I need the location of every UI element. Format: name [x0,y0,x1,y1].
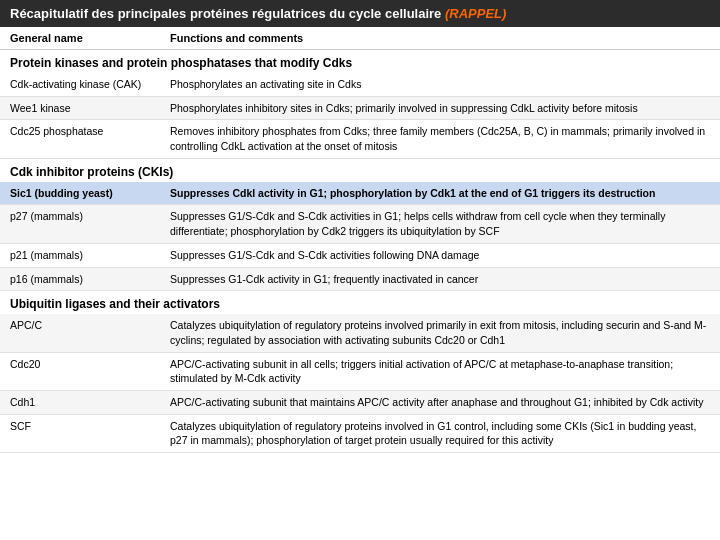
row-function: Suppresses G1/S-Cdk and S-Cdk activities… [160,205,720,243]
row-function: Removes inhibitory phosphates from Cdks;… [160,120,720,158]
column-headers: General name Functions and comments [0,27,720,50]
section-label-0: Protein kinases and protein phosphatases… [0,50,720,74]
table-row: p27 (mammals)Suppresses G1/S-Cdk and S-C… [0,205,720,243]
row-function: Catalyzes ubiquitylation of regulatory p… [160,414,720,452]
row-function: Suppresses G1/S-Cdk and S-Cdk activities… [160,243,720,267]
row-function: APC/C-activating subunit in all cells; t… [160,352,720,390]
row-function: Suppresses CdkI activity in G1; phosphor… [160,182,720,205]
row-name: Cdk-activating kinase (CAK) [0,73,160,96]
row-name: Sic1 (budding yeast) [0,182,160,205]
table-row: Cdc20APC/C-activating subunit in all cel… [0,352,720,390]
row-function: Catalyzes ubiquitylation of regulatory p… [160,314,720,352]
row-function: Suppresses G1-Cdk activity in G1; freque… [160,267,720,291]
row-function: Phosphorylates inhibitory sites in Cdks;… [160,96,720,120]
row-name: p27 (mammals) [0,205,160,243]
row-name: Cdc25 phosphatase [0,120,160,158]
col-header-functions: Functions and comments [160,27,720,50]
section-label-1: Cdk inhibitor proteins (CKIs) [0,158,720,182]
row-name: p16 (mammals) [0,267,160,291]
row-name: Cdh1 [0,390,160,414]
row-name: Cdc20 [0,352,160,390]
table-row: Sic1 (budding yeast)Suppresses CdkI acti… [0,182,720,205]
table-row: Cdh1APC/C-activating subunit that mainta… [0,390,720,414]
section-header-1: Cdk inhibitor proteins (CKIs) [0,158,720,182]
col-header-name: General name [0,27,160,50]
header-rappel: (RAPPEL) [445,6,506,21]
table-row: Cdk-activating kinase (CAK)Phosphorylate… [0,73,720,96]
table-row: Cdc25 phosphataseRemoves inhibitory phos… [0,120,720,158]
page: Récapitulatif des principales protéines … [0,0,720,540]
row-name: APC/C [0,314,160,352]
table-row: p21 (mammals)Suppresses G1/S-Cdk and S-C… [0,243,720,267]
section-label-2: Ubiquitin ligases and their activators [0,291,720,315]
row-name: p21 (mammals) [0,243,160,267]
header-title: Récapitulatif des principales protéines … [10,6,445,21]
row-function: APC/C-activating subunit that maintains … [160,390,720,414]
section-header-2: Ubiquitin ligases and their activators [0,291,720,315]
table-row: APC/CCatalyzes ubiquitylation of regulat… [0,314,720,352]
row-name: Wee1 kinase [0,96,160,120]
table-row: Wee1 kinasePhosphorylates inhibitory sit… [0,96,720,120]
table-row: p16 (mammals)Suppresses G1-Cdk activity … [0,267,720,291]
row-name: SCF [0,414,160,452]
section-header-0: Protein kinases and protein phosphatases… [0,50,720,74]
table-row: SCFCatalyzes ubiquitylation of regulator… [0,414,720,452]
page-header: Récapitulatif des principales protéines … [0,0,720,27]
row-function: Phosphorylates an activating site in Cdk… [160,73,720,96]
main-table: General name Functions and comments Prot… [0,27,720,453]
